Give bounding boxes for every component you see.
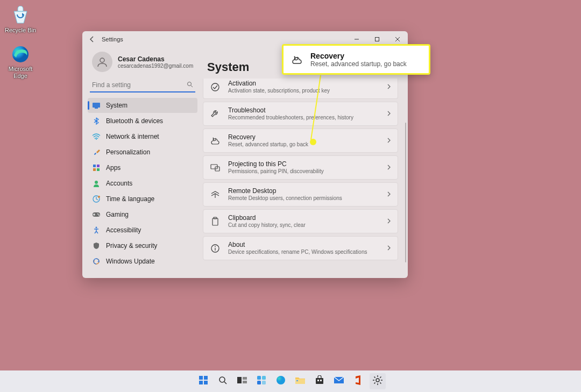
sidebar-item-bluetooth[interactable]: Bluetooth & devices xyxy=(88,113,197,129)
bluetooth-icon xyxy=(92,117,101,125)
gaming-icon xyxy=(92,210,101,219)
back-button[interactable] xyxy=(86,33,98,46)
item-sub: Remote Desktop users, connection permiss… xyxy=(228,195,379,202)
callout-recovery: Recovery Reset, advanced startup, go bac… xyxy=(282,44,430,75)
window-title: Settings xyxy=(102,36,123,42)
sidebar-item-time[interactable]: Time & language xyxy=(88,191,197,206)
project-icon xyxy=(210,162,221,173)
sidebar-item-account[interactable]: Accounts xyxy=(88,176,197,191)
item-title: Projecting to this PC xyxy=(228,160,379,168)
taskbar xyxy=(0,370,581,392)
taskbar-item-office[interactable] xyxy=(350,373,366,389)
svg-point-19 xyxy=(96,227,97,229)
svg-rect-37 xyxy=(243,381,247,383)
profile-block[interactable]: Cesar Cadenas cesarcadenas1992@gmail.com xyxy=(88,49,197,79)
svg-line-34 xyxy=(224,382,226,384)
search-input-wrapper[interactable] xyxy=(90,79,195,92)
system-item-about[interactable]: AboutDevice specifications, rename PC, W… xyxy=(203,236,398,260)
time-icon xyxy=(92,195,101,203)
sidebar-item-label: Time & language xyxy=(106,195,154,203)
svg-rect-45 xyxy=(316,378,323,384)
svg-rect-35 xyxy=(237,377,242,383)
svg-rect-7 xyxy=(95,108,98,109)
item-title: Remote Desktop xyxy=(228,187,379,195)
svg-rect-6 xyxy=(93,103,100,108)
item-sub: Device specifications, rename PC, Window… xyxy=(228,248,379,255)
svg-point-15 xyxy=(98,196,100,198)
recycle-bin-icon xyxy=(10,5,31,26)
system-item-clipboard[interactable]: ClipboardCut and copy history, sync, cle… xyxy=(203,209,398,233)
item-title: Activation xyxy=(228,80,379,87)
item-sub: Reset, advanced startup, go back xyxy=(228,141,379,148)
taskbar-item-settings[interactable] xyxy=(370,373,386,389)
svg-point-42 xyxy=(277,376,285,384)
item-title: Troubleshoot xyxy=(228,106,379,114)
taskbar-item-edge[interactable] xyxy=(273,373,289,389)
desktop-icon-edge[interactable]: Microsoft Edge xyxy=(4,44,37,80)
sidebar-item-access[interactable]: Accessibility xyxy=(88,223,197,238)
sidebar-item-apps[interactable]: Apps xyxy=(88,160,197,175)
search-input[interactable] xyxy=(92,81,187,89)
svg-rect-32 xyxy=(204,381,208,384)
about-icon xyxy=(210,243,221,254)
privacy-icon xyxy=(92,241,101,250)
chevron-right-icon xyxy=(387,82,391,92)
taskbar-item-widgets[interactable] xyxy=(253,373,270,389)
taskbar-item-store[interactable] xyxy=(311,373,328,389)
sidebar-item-update[interactable]: Windows Update xyxy=(88,254,197,269)
callout-sub: Reset, advanced startup, go back xyxy=(310,60,407,68)
sidebar-item-label: Windows Update xyxy=(106,258,155,265)
sidebar-item-label: Privacy & security xyxy=(106,242,157,250)
search-icon xyxy=(187,80,193,90)
mail-icon xyxy=(334,376,344,387)
taskbar-item-explorer[interactable] xyxy=(292,373,308,389)
callout-title: Recovery xyxy=(310,52,407,60)
check-icon xyxy=(210,82,221,92)
svg-point-33 xyxy=(219,377,225,382)
taskbar-item-mail[interactable] xyxy=(331,373,347,389)
sidebar-item-system[interactable]: System xyxy=(88,98,197,113)
item-sub: Activation state, subscriptions, product… xyxy=(228,87,379,94)
svg-rect-10 xyxy=(97,165,100,167)
system-item-remote[interactable]: Remote DesktopRemote Desktop users, conn… xyxy=(203,182,398,206)
svg-rect-44 xyxy=(296,380,298,381)
svg-rect-11 xyxy=(93,168,96,171)
recovery-icon xyxy=(210,136,221,146)
sidebar-item-gaming[interactable]: Gaming xyxy=(88,207,197,222)
sidebar-item-wifi[interactable]: Network & internet xyxy=(88,129,197,144)
taskview-icon xyxy=(237,376,247,387)
system-item-wrench[interactable]: TroubleshootRecommended troubleshooters,… xyxy=(203,102,398,126)
explorer-icon xyxy=(295,376,306,387)
taskbar-item-search[interactable] xyxy=(215,373,231,389)
svg-rect-46 xyxy=(317,380,319,381)
sidebar-item-label: Network & internet xyxy=(106,133,159,140)
svg-line-5 xyxy=(191,85,193,87)
svg-point-17 xyxy=(97,213,98,215)
sidebar-item-label: Gaming xyxy=(106,211,129,218)
system-item-recovery[interactable]: RecoveryReset, advanced startup, go back xyxy=(203,129,398,153)
chevron-right-icon xyxy=(387,163,391,173)
svg-rect-29 xyxy=(199,376,203,380)
system-item-project[interactable]: Projecting to this PCPermissions, pairin… xyxy=(203,155,398,180)
svg-rect-31 xyxy=(199,381,203,384)
svg-rect-38 xyxy=(257,376,261,380)
sidebar-item-brush[interactable]: Personalization xyxy=(88,145,197,160)
svg-rect-47 xyxy=(320,380,322,381)
store-icon xyxy=(315,375,324,387)
taskbar-item-taskview[interactable] xyxy=(234,373,250,389)
chevron-right-icon xyxy=(387,136,391,146)
sidebar-item-label: Personalization xyxy=(106,148,150,156)
avatar xyxy=(92,52,112,72)
scrollbar[interactable] xyxy=(405,123,406,262)
desktop-icon-recycle-bin[interactable]: Recycle Bin xyxy=(4,5,37,34)
sidebar-item-label: Apps xyxy=(106,164,121,172)
taskbar-item-start[interactable] xyxy=(195,373,211,389)
wrench-icon xyxy=(210,109,221,119)
desktop-icon-label: Recycle Bin xyxy=(5,27,36,34)
sidebar-item-privacy[interactable]: Privacy & security xyxy=(88,238,197,253)
office-icon xyxy=(354,375,363,388)
svg-rect-43 xyxy=(295,379,305,384)
settings-icon xyxy=(372,375,383,388)
svg-rect-9 xyxy=(93,165,96,167)
system-item-check[interactable]: ActivationActivation state, subscription… xyxy=(203,79,398,99)
